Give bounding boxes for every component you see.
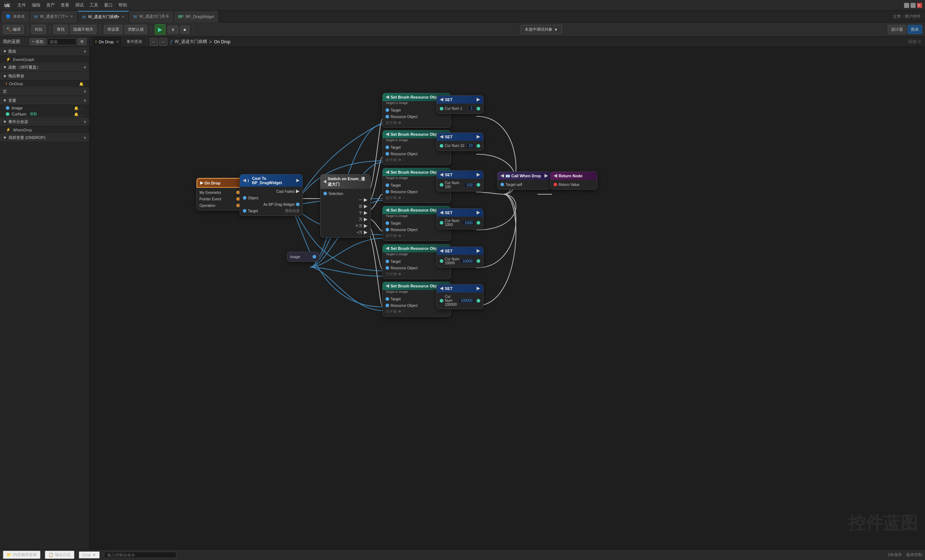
sb3-res-dot[interactable] <box>386 190 389 194</box>
nav-forward-btn[interactable]: → <box>159 38 167 46</box>
tab-relic-door-single[interactable]: W W_遗迹大门个+ ✕ <box>30 11 78 23</box>
stop-btn[interactable]: ■ <box>180 26 189 34</box>
sb6-exec-in[interactable] <box>386 284 389 288</box>
set-1-val-dot[interactable] <box>440 107 443 111</box>
add-btn[interactable]: + 添加 <box>30 38 46 45</box>
hide-unrelated-btn[interactable]: 隐藏不相关 <box>70 25 96 34</box>
sb1-target-dot[interactable] <box>386 108 389 112</box>
image-dot[interactable] <box>313 255 316 258</box>
section-local-vars[interactable]: ▼ 局部变量 (ONDROP) + <box>0 133 89 142</box>
section-variables[interactable]: ▼ 变量 + <box>0 96 89 105</box>
switch-exec-in[interactable] <box>323 180 326 183</box>
menu-help[interactable]: 帮助 <box>119 2 127 8</box>
compile-btn[interactable]: 🔨 编译 <box>3 25 24 34</box>
tab-bp-drag[interactable]: BP BP_DragWidget <box>174 11 219 23</box>
set-100000-dot[interactable] <box>440 299 443 303</box>
close-btn[interactable]: ✕ <box>917 3 922 8</box>
cast-target-dot[interactable] <box>243 209 246 213</box>
set-10-exec-in[interactable] <box>440 135 443 139</box>
menu-asset[interactable]: 资产 <box>46 2 55 8</box>
section-vars-add[interactable]: + <box>83 98 86 103</box>
sb6-target-dot[interactable] <box>386 297 389 301</box>
event-graph-item[interactable]: ⚡ EventGraph <box>0 56 89 63</box>
section-macro-add[interactable]: + <box>83 89 86 94</box>
set-1-out-dot[interactable] <box>477 107 480 111</box>
content-browser-btn[interactable]: 📁 内容侧滑菜单 <box>3 551 41 559</box>
menu-window[interactable]: 窗口 <box>104 2 113 8</box>
inner-tab-ondrop[interactable]: f On Drop ✕ <box>92 37 122 47</box>
nav-back-btn[interactable]: ← <box>150 38 158 46</box>
sb5-exec-in[interactable] <box>386 246 389 250</box>
minimize-btn[interactable] <box>904 3 909 8</box>
set-10000-exec-out[interactable] <box>477 249 480 253</box>
set-100-input[interactable]: 100 <box>464 182 475 188</box>
cmd-btn[interactable]: Cmd ▼ <box>79 551 100 558</box>
designer-btn[interactable]: 设计器 <box>888 25 906 34</box>
sb4-target-dot[interactable] <box>386 221 389 225</box>
sb2-res-dot[interactable] <box>386 152 389 156</box>
section-macros[interactable]: ▼ 拖拉释放 <box>0 72 89 81</box>
settings-btn[interactable]: ⚙ <box>78 38 86 45</box>
tab-slot-close[interactable]: ✕ <box>121 15 124 19</box>
section-dispatchers-add[interactable]: + <box>83 119 86 125</box>
set-1000-input[interactable]: 1000 <box>462 220 475 226</box>
set-1000-out-dot[interactable] <box>477 221 480 225</box>
set-brush-1-exec-in[interactable] <box>386 95 389 99</box>
compare-btn[interactable]: 对比 <box>32 25 46 34</box>
sb3-exec-in[interactable] <box>386 170 389 174</box>
var-curnum[interactable]: CurNum 整数 🔔 ⌄ <box>0 111 89 117</box>
set-100-exec-out[interactable] <box>477 173 480 177</box>
sb5-target-dot[interactable] <box>386 260 389 263</box>
set-1000-exec-in[interactable] <box>440 211 443 215</box>
debug-target-selector[interactable]: 未选中调试对象 ▼ <box>521 25 562 34</box>
pause-btn[interactable]: ⏸ <box>168 26 178 34</box>
set-10-exec-out[interactable] <box>477 135 480 139</box>
section-macro-label[interactable]: 宏 + <box>0 87 89 96</box>
set-10000-dot[interactable] <box>440 259 443 263</box>
switch-sel-dot[interactable] <box>323 192 327 195</box>
tab-relic-close[interactable]: ✕ <box>70 15 73 18</box>
sb3-target-dot[interactable] <box>386 183 389 187</box>
menu-debug[interactable]: 调试 <box>75 2 84 8</box>
cwd-target-dot[interactable] <box>500 183 504 186</box>
sb4-res-dot[interactable] <box>386 228 389 231</box>
switch-thousand-exec[interactable] <box>364 211 368 215</box>
graph-btn[interactable]: 图表 <box>908 25 922 34</box>
cast-failed-exec[interactable] <box>296 189 300 193</box>
set-10000-input[interactable]: 10000 <box>460 258 475 264</box>
menu-file[interactable]: 文件 <box>17 2 26 8</box>
cast-exec-in[interactable] <box>243 179 246 182</box>
cmd-input[interactable] <box>104 552 176 558</box>
tab-unnamed[interactable]: 🔵 未命名 <box>2 11 30 23</box>
sb5-res-dot[interactable] <box>386 266 389 270</box>
maximize-btn[interactable] <box>911 3 916 8</box>
set-100000-input[interactable]: 100000 <box>458 298 475 303</box>
set-10-input[interactable]: 10 <box>466 143 475 149</box>
switch-tenthousand-exec[interactable] <box>364 218 368 221</box>
cwd-exec-out[interactable] <box>544 174 548 178</box>
cast-exec-out[interactable] <box>296 179 300 182</box>
search-input[interactable] <box>47 38 76 45</box>
set-10-out-dot[interactable] <box>477 144 480 148</box>
set-1-exec-in[interactable] <box>440 98 443 101</box>
set-100-out-dot[interactable] <box>477 183 480 187</box>
class-defaults-btn[interactable]: 类默认值 <box>125 25 147 34</box>
section-functions-add[interactable]: + <box>83 64 86 70</box>
cwd-exec-in[interactable] <box>500 174 504 178</box>
set-10000-out-dot[interactable] <box>477 259 480 263</box>
rn-exec-in[interactable] <box>554 174 557 178</box>
tab-relic-gate[interactable]: W W_遗迹大门关卡 <box>129 11 174 23</box>
menu-tools[interactable]: 工具 <box>90 2 98 8</box>
section-graph[interactable]: ▼ 图表 + <box>0 47 89 56</box>
section-dispatchers[interactable]: ▼ 事件分发器 + <box>0 117 89 126</box>
inner-tab-eventgraph[interactable]: 事件图表 <box>122 37 147 47</box>
menu-edit[interactable]: 编辑 <box>32 2 41 8</box>
section-functions[interactable]: ▼ 函数（38可覆盖） + <box>0 63 89 72</box>
sb4-exec-in[interactable] <box>386 208 389 212</box>
set-100-dot[interactable] <box>440 183 443 187</box>
set-100000-out-dot[interactable] <box>477 299 480 303</box>
set-100-exec-in[interactable] <box>440 173 443 177</box>
switch-hundredthousand-exec[interactable] <box>364 224 368 228</box>
sb1-resource-dot[interactable] <box>386 115 389 119</box>
cast-output-dot[interactable] <box>296 203 300 206</box>
